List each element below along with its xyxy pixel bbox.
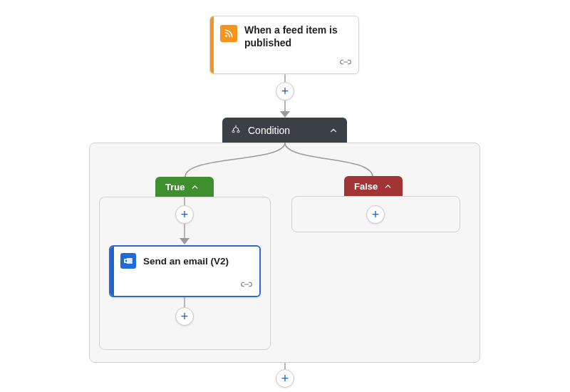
action-footer: [110, 277, 259, 296]
outlook-icon: [120, 253, 136, 269]
condition-title: Condition: [248, 125, 290, 136]
plus-icon: +: [372, 207, 380, 222]
true-branch-header[interactable]: True: [155, 177, 214, 197]
connector-arrow-icon: [280, 111, 290, 118]
connector-arrow-icon: [180, 238, 190, 244]
true-branch-label: True: [165, 182, 185, 192]
flow-designer-canvas: When a feed item is published + Conditio…: [0, 0, 570, 392]
action-accent-stripe: [110, 247, 114, 296]
trigger-accent-stripe: [210, 16, 214, 73]
svg-rect-2: [237, 130, 239, 132]
plus-icon: +: [181, 309, 189, 324]
plus-icon: +: [281, 371, 289, 386]
plus-icon: +: [181, 207, 189, 222]
false-branch-header[interactable]: False: [344, 176, 403, 197]
trigger-title: When a feed item is published: [244, 24, 350, 49]
plus-icon: +: [281, 84, 289, 99]
svg-rect-1: [232, 130, 234, 132]
false-branch-label: False: [354, 181, 378, 192]
connector-line: [184, 297, 185, 308]
trigger-footer: [210, 53, 358, 73]
svg-point-0: [225, 35, 227, 37]
add-action-button-false[interactable]: +: [366, 205, 385, 224]
chevron-up-icon: [190, 182, 200, 192]
action-body: Send an email (V2): [110, 247, 259, 272]
connection-link-icon: [241, 279, 252, 292]
action-title: Send an email (V2): [143, 256, 229, 267]
chevron-up-icon: [328, 125, 338, 135]
condition-icon: [231, 124, 241, 137]
connector-line: [184, 224, 185, 239]
condition-header[interactable]: Condition: [222, 118, 347, 143]
trigger-card[interactable]: When a feed item is published: [209, 16, 359, 74]
trigger-body: When a feed item is published: [210, 16, 358, 53]
chevron-up-icon: [383, 182, 393, 191]
add-action-button-true-bottom[interactable]: +: [175, 307, 194, 326]
action-card-send-email[interactable]: Send an email (V2): [109, 245, 261, 297]
add-step-button-bottom[interactable]: +: [276, 369, 294, 388]
add-action-button-true-top[interactable]: +: [175, 205, 194, 224]
add-step-button[interactable]: +: [276, 82, 294, 100]
rss-icon: [220, 25, 237, 42]
connection-link-icon: [340, 56, 351, 69]
svg-point-5: [125, 259, 128, 262]
